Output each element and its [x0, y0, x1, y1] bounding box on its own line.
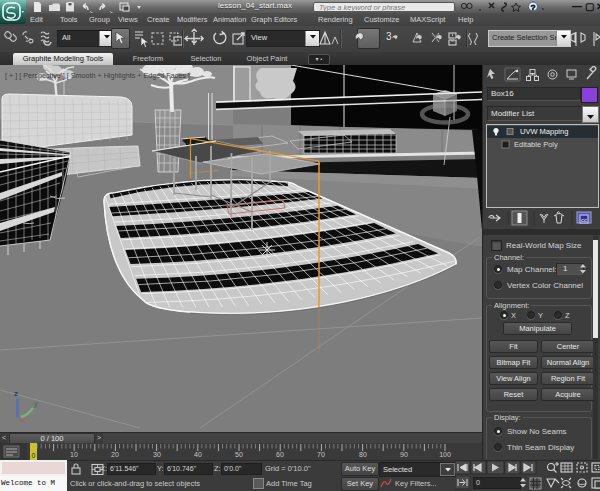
svg-text:60: 60 — [276, 451, 284, 458]
svg-text:10: 10 — [70, 451, 78, 458]
svg-text:[ + ] [ Perspective ] [ Smooth: [ + ] [ Perspective ] [ Smooth + Highlig… — [5, 71, 190, 80]
svg-text:70: 70 — [317, 451, 325, 458]
svg-text:50: 50 — [235, 451, 243, 458]
svg-text:40: 40 — [194, 451, 202, 458]
svg-text:30: 30 — [153, 451, 161, 458]
svg-text:?: ? — [531, 3, 536, 12]
svg-text:y: y — [34, 400, 38, 408]
svg-text:z: z — [14, 389, 18, 398]
svg-text:20: 20 — [111, 451, 119, 458]
svg-text:80: 80 — [359, 451, 367, 458]
svg-text:3: 3 — [386, 31, 392, 42]
svg-text:90: 90 — [400, 451, 408, 458]
svg-text:cc: cc — [581, 217, 587, 223]
svg-text:0: 0 — [32, 452, 36, 459]
svg-text:100: 100 — [439, 451, 451, 458]
